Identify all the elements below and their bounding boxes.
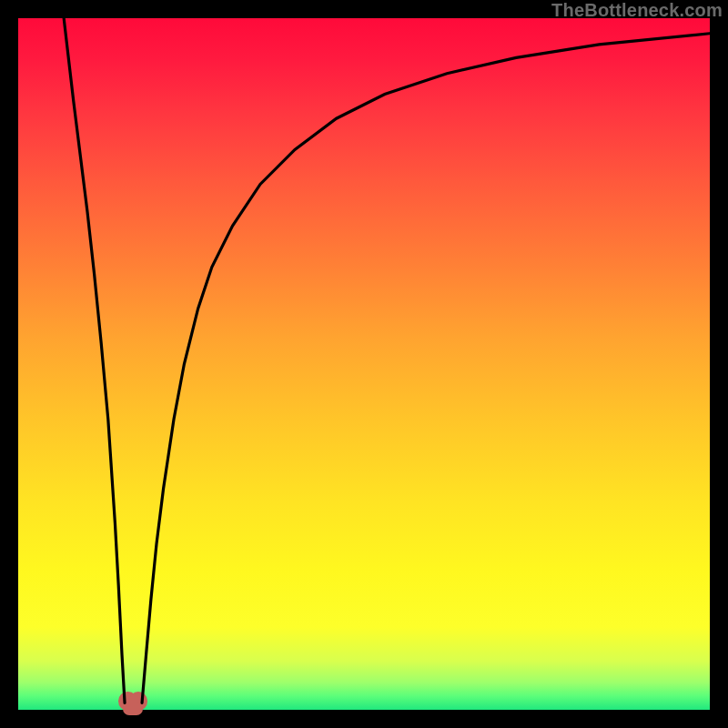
chart-frame: [18, 18, 710, 710]
chart-background-gradient: [18, 18, 710, 710]
